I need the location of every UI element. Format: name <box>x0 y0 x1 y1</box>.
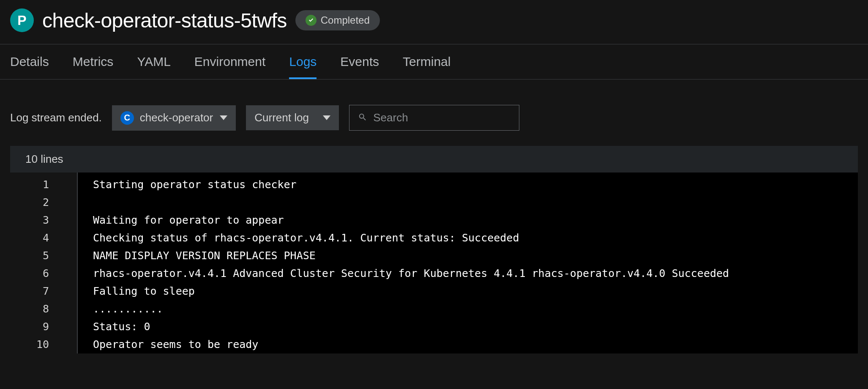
tab-terminal[interactable]: Terminal <box>403 44 450 79</box>
tabs: DetailsMetricsYAMLEnvironmentLogsEventsT… <box>0 44 868 79</box>
line-content: Starting operator status checker <box>78 173 297 194</box>
search-box[interactable] <box>349 105 519 131</box>
line-number: 1 <box>10 173 78 194</box>
tab-environment[interactable]: Environment <box>194 44 265 79</box>
line-number: 10 <box>10 336 78 353</box>
line-content: Status: 0 <box>78 318 150 336</box>
log-controls: Log stream ended. C check-operator Curre… <box>0 79 868 146</box>
status-badge: Completed <box>295 10 380 30</box>
log-line: 7Falling to sleep <box>10 282 858 300</box>
tab-metrics[interactable]: Metrics <box>73 44 114 79</box>
line-number: 2 <box>10 194 78 211</box>
search-input[interactable] <box>373 111 510 124</box>
log-scope-dropdown-label: Current log <box>254 111 309 124</box>
line-number: 5 <box>10 247 78 265</box>
log-line: 3Waiting for operator to appear <box>10 211 858 229</box>
line-number: 9 <box>10 318 78 336</box>
line-content: Falling to sleep <box>78 282 195 300</box>
log-scope-dropdown[interactable]: Current log <box>246 105 339 130</box>
line-number: 6 <box>10 265 78 282</box>
log-line: 10Operator seems to be ready <box>10 336 858 353</box>
line-number: 4 <box>10 229 78 247</box>
pod-icon: P <box>10 8 34 32</box>
line-content: ........... <box>78 300 163 318</box>
log-line: 6rhacs-operator.v4.4.1 Advanced Cluster … <box>10 265 858 282</box>
line-content: Operator seems to be ready <box>78 336 258 353</box>
line-number: 8 <box>10 300 78 318</box>
container-dropdown-label: check-operator <box>140 111 213 124</box>
line-number: 7 <box>10 282 78 300</box>
line-content: Checking status of rhacs-operator.v4.4.1… <box>78 229 519 247</box>
line-content: rhacs-operator.v4.4.1 Advanced Cluster S… <box>78 265 729 282</box>
page-header: P check-operator-status-5twfs Completed <box>0 0 868 44</box>
check-circle-icon <box>306 15 317 26</box>
line-number: 3 <box>10 211 78 229</box>
line-content: Waiting for operator to appear <box>78 211 284 229</box>
lines-count-bar: 10 lines <box>10 146 858 173</box>
log-line: 2 <box>10 194 858 211</box>
status-label: Completed <box>321 14 370 26</box>
container-dropdown[interactable]: C check-operator <box>112 105 236 131</box>
chevron-down-icon <box>323 115 330 120</box>
tab-yaml[interactable]: YAML <box>137 44 170 79</box>
chevron-down-icon <box>220 115 227 120</box>
log-viewer[interactable]: 1Starting operator status checker23Waiti… <box>10 173 858 353</box>
tab-events[interactable]: Events <box>340 44 379 79</box>
stream-status: Log stream ended. <box>10 111 102 124</box>
tab-details[interactable]: Details <box>10 44 49 79</box>
log-line: 8........... <box>10 300 858 318</box>
log-line: 1Starting operator status checker <box>10 173 858 194</box>
line-content <box>78 194 93 211</box>
log-line: 5NAME DISPLAY VERSION REPLACES PHASE <box>10 247 858 265</box>
page-title: check-operator-status-5twfs <box>42 9 287 32</box>
line-content: NAME DISPLAY VERSION REPLACES PHASE <box>78 247 316 265</box>
tab-logs[interactable]: Logs <box>289 44 317 79</box>
log-line: 9Status: 0 <box>10 318 858 336</box>
log-line: 4Checking status of rhacs-operator.v4.4.… <box>10 229 858 247</box>
search-icon <box>358 112 367 123</box>
container-icon: C <box>120 111 134 125</box>
